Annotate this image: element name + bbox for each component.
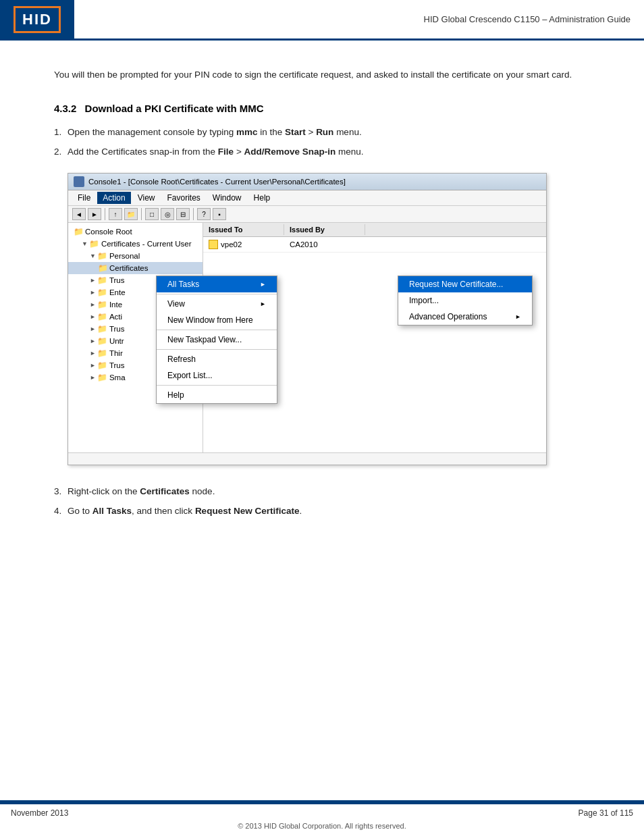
toolbar-folder[interactable]: 📁: [124, 208, 138, 220]
folder-icon: 📁: [98, 263, 107, 273]
menu-window[interactable]: Window: [207, 192, 247, 204]
folder-icon: 📁: [98, 324, 107, 334]
window-toolbar: ◄ ► ↑ 📁 □ ◎ ⊟ ? ▪: [68, 206, 546, 223]
logo-area: HID: [0, 0, 74, 38]
arrow-icon: ►: [90, 325, 96, 332]
window-title-bar: Console1 - [Console Root\Certificates - …: [68, 174, 546, 190]
folder-icon: 📁: [98, 348, 107, 358]
ctx-sep3: [157, 349, 277, 350]
arrow-icon: ►: [90, 301, 96, 308]
folder-icon: 📁: [74, 227, 83, 236]
arrow-icon: ►: [90, 313, 96, 320]
ctx-sep2: [157, 330, 277, 330]
footer-date: November 2013: [11, 808, 68, 818]
tree-personal[interactable]: ▼ 📁 Personal: [68, 250, 203, 262]
folder-icon: 📁: [90, 239, 99, 249]
steps-after-list: 3. Right-click on the Certificates node.…: [54, 484, 590, 519]
section-heading: 4.3.2 Download a PKI Certificate with MM…: [54, 103, 590, 114]
submenu-arrow-icon: ►: [260, 281, 266, 288]
page-footer: November 2013 Page 31 of 115 © 2013 HID …: [0, 800, 644, 834]
step-4: 4. Go to All Tasks, and then click Reque…: [54, 504, 590, 519]
folder-icon: 📁: [98, 300, 107, 309]
footer-page: Page 31 of 115: [579, 808, 633, 818]
ctx-new-window[interactable]: New Window from Here: [157, 312, 277, 328]
folder-icon: 📁: [98, 336, 107, 346]
menu-help[interactable]: Help: [248, 192, 276, 204]
hid-logo: HID: [14, 6, 61, 33]
arrow-icon: ►: [90, 362, 96, 369]
window-body: 📁 Console Root ▼ 📁 Certificates - Curren…: [68, 223, 546, 452]
folder-icon: 📁: [98, 251, 107, 261]
toolbar-sep3: [193, 208, 194, 220]
intro-paragraph: You will then be prompted for your PIN c…: [54, 68, 590, 82]
ctx-all-tasks[interactable]: All Tasks ►: [157, 276, 277, 292]
col-issued-to: Issued To: [203, 224, 284, 235]
submenu-import[interactable]: Import...: [398, 292, 532, 309]
tree-certificates-node[interactable]: 📁 Certificates: [68, 262, 203, 274]
toolbar-new[interactable]: □: [145, 208, 159, 220]
toolbar-up[interactable]: ↑: [109, 208, 122, 220]
cell-issued-to: vpe02: [203, 238, 284, 251]
tree-certificates-user[interactable]: ▼ 📁 Certificates - Current User: [68, 238, 203, 250]
arrow-icon: ►: [90, 289, 96, 296]
submenu-arrow-icon: ►: [260, 301, 266, 307]
submenu-arrow-icon: ►: [515, 313, 521, 320]
toolbar-extra[interactable]: ▪: [213, 208, 226, 220]
ctx-help[interactable]: Help: [157, 387, 277, 403]
list-header: Issued To Issued By: [203, 223, 546, 237]
ctx-refresh[interactable]: Refresh: [157, 351, 277, 367]
menu-action[interactable]: Action: [97, 192, 130, 204]
arrow-icon: ►: [90, 277, 96, 284]
menu-favorites[interactable]: Favorites: [162, 192, 206, 204]
folder-icon: 📁: [98, 312, 107, 321]
window-icon: [74, 176, 84, 187]
step-3: 3. Right-click on the Certificates node.: [54, 484, 590, 500]
folder-icon: 📁: [98, 288, 107, 297]
submenu-advanced-ops[interactable]: Advanced Operations ►: [398, 309, 532, 325]
cell-issued-by: CA2010: [284, 238, 365, 251]
folder-icon: 📁: [98, 361, 107, 370]
ctx-sep4: [157, 385, 277, 386]
arrow-icon: ►: [90, 338, 96, 344]
mmc-screenshot: Console1 - [Console Root\Certificates - …: [68, 173, 547, 465]
steps-before-list: 1. Open the management console by typing…: [54, 125, 590, 160]
folder-icon: 📁: [98, 276, 107, 285]
menu-file[interactable]: File: [72, 192, 96, 204]
cert-row[interactable]: vpe02 CA2010: [203, 237, 546, 253]
toolbar-sep2: [141, 208, 142, 220]
footer-copyright: © 2013 HID Global Corporation. All right…: [0, 822, 644, 834]
submenu-request-cert[interactable]: Request New Certificate...: [398, 276, 532, 292]
ctx-sep1: [157, 294, 277, 294]
context-menu: All Tasks ► View ► New Window from Here …: [156, 276, 277, 404]
folder-icon: 📁: [98, 373, 107, 382]
step-1: 1. Open the management console by typing…: [54, 125, 590, 140]
arrow-icon: ►: [90, 350, 96, 357]
ctx-view[interactable]: View ►: [157, 296, 277, 312]
expand-icon: ▼: [82, 240, 88, 247]
main-content: You will then be prompted for your PIN c…: [0, 41, 644, 550]
col-issued-by: Issued By: [284, 224, 365, 235]
toolbar-back[interactable]: ◄: [72, 208, 86, 220]
footer-row: November 2013 Page 31 of 115: [0, 804, 644, 822]
arrow-icon: ►: [90, 374, 96, 381]
all-tasks-submenu: Request New Certificate... Import... Adv…: [398, 276, 533, 325]
toolbar-help[interactable]: ?: [197, 208, 211, 220]
step-2: 2. Add the Certificates snap-in from the…: [54, 145, 590, 160]
ctx-export-list[interactable]: Export List...: [157, 367, 277, 384]
expand-icon: ▼: [90, 253, 96, 259]
toolbar-copy[interactable]: ⊟: [176, 208, 190, 220]
toolbar-action[interactable]: ◎: [161, 208, 174, 220]
ctx-new-taskpad[interactable]: New Taskpad View...: [157, 332, 277, 348]
certificate-icon: [209, 240, 218, 249]
menu-view[interactable]: View: [132, 192, 161, 204]
toolbar-sep1: [105, 208, 105, 220]
window-statusbar: [68, 452, 546, 465]
window-menubar: File Action View Favorites Window Help: [68, 190, 546, 206]
header-title: HID Global Crescendo C1150 – Administrat…: [74, 0, 644, 38]
tree-console-root[interactable]: 📁 Console Root: [68, 226, 203, 238]
toolbar-forward[interactable]: ►: [88, 208, 101, 220]
page-header: HID HID Global Crescendo C1150 – Adminis…: [0, 0, 644, 41]
